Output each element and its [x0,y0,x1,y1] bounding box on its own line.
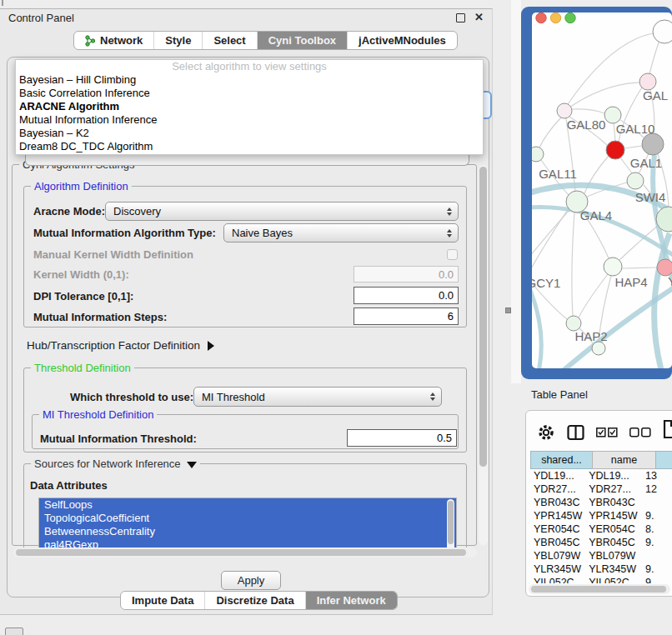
aracne-mode-combobox[interactable]: Discovery [105,202,459,221]
node-unlabeled[interactable] [592,342,605,355]
data-attributes-label: Data Attributes [30,479,108,492]
select-all-checkboxes-icon[interactable] [596,428,618,438]
table-cell: YPR145W [530,509,585,522]
node-gal1[interactable] [606,141,624,159]
algorithm-item-dream8-dc-tdc-algorithm[interactable]: Dream8 DC_TDC Algorithm [16,140,483,153]
stepper-icon [447,208,452,216]
algorithm-item-aracne-algorithm[interactable]: ARACNE Algorithm [16,100,483,113]
node-label-gal4: GAL4 [580,208,612,222]
apply-button[interactable]: Apply [221,571,281,590]
table-row[interactable]: YDR27...YDR27...12 [530,482,672,496]
network-view-window[interactable]: GALGAL80GAL10GAL1GAL11SWI4GAL4GCY1HAP4YH… [521,7,672,379]
table-row[interactable]: YIL052CYIL052C9. [530,576,672,583]
column-header-col2[interactable] [655,451,672,469]
mi-type-combobox[interactable]: Naive Bayes [223,223,459,242]
table-toolbar [537,421,672,444]
mi-type-label: Mutual Information Algorithm Type: [33,227,216,239]
table-cell: YBL079W [585,549,642,562]
mi-steps-field[interactable] [354,308,459,325]
table-cell: 9. [642,509,672,522]
traffic-light-close-icon[interactable] [536,12,546,22]
settings-horizontal-scrollbar[interactable] [13,548,477,558]
tab-jactivemnodules[interactable]: jActiveMNodules [348,32,457,49]
close-icon[interactable]: ✕ [474,11,484,23]
table-row[interactable]: YDL19...YDL19...13 [530,469,672,482]
manual-kernel-checkbox[interactable] [447,249,458,260]
node-label-gal1: GAL1 [630,156,662,170]
table-row[interactable]: YBL079WYBL079W [530,549,672,562]
node-hap4[interactable] [604,258,622,276]
tab-impute-data[interactable]: Impute Data [121,592,205,609]
table-horizontal-scrollbar[interactable] [529,584,670,594]
split-view-icon[interactable] [567,424,584,441]
table-row[interactable]: YLR345WYLR345W9. [530,562,672,576]
node-gal10[interactable] [604,107,621,123]
settings-horizontal-scrollbar-thumb[interactable] [16,549,466,556]
hub-definition-toggle[interactable]: Hub/Transcription Factor Definition [27,339,214,352]
bottom-left-partial-button[interactable] [5,628,23,635]
node-gal[interactable] [639,73,656,90]
settings-vertical-scrollbar[interactable] [479,165,488,545]
algorithm-item-basic-correlation-inference[interactable]: Basic Correlation Inference [16,87,483,100]
tab-style[interactable]: Style [154,32,203,49]
table-cell: 12 [642,482,672,496]
mi-threshold-field[interactable] [347,429,457,447]
table-horizontal-scrollbar-thumb[interactable] [531,586,666,592]
attribute-item-betweennesscentrality[interactable]: BetweennessCentrality [39,525,456,538]
table-cell: YBR043C [585,496,642,509]
algorithm-item-mutual-information-inference[interactable]: Mutual Information Inference [16,113,483,127]
attributes-list-scrollbar[interactable] [447,499,454,551]
table-row[interactable]: YBR043CYBR043C [530,496,672,509]
node-unlabeled[interactable] [642,133,664,155]
deselect-all-checkboxes-icon[interactable] [629,428,651,438]
gear-icon[interactable] [537,423,555,442]
tab-select[interactable]: Select [203,32,257,49]
traffic-light-minimize-icon[interactable] [550,12,560,22]
algorithm-definition-title: Algorithm Definition [31,180,132,192]
table-header-row: shared...name [530,451,672,469]
table-rows: YDL19...YDL19...13YDR27...YDR27...12YBR0… [530,469,672,583]
table-cell: 9. [642,562,672,576]
column-header-shared[interactable]: shared... [530,451,592,469]
float-window-icon[interactable] [456,13,465,22]
sources-group-title[interactable]: Sources for Network Inference [31,458,200,470]
desktop-gap [511,0,521,383]
table-row[interactable]: YPR145WYPR145W9. [530,509,672,522]
column-header-name[interactable]: name [592,451,655,469]
attribute-item-selfloops[interactable]: SelfLoops [39,498,456,512]
tab-cyni-toolbox[interactable]: Cyni Toolbox [258,32,348,49]
window-edge-mark [2,0,3,6]
cyni-bottom-tabs: Impute DataDiscretize DataInfer Network [120,591,398,610]
which-threshold-combobox[interactable]: MI Threshold [193,387,442,407]
node-swi4[interactable] [627,172,644,189]
traffic-light-zoom-icon[interactable] [565,12,575,22]
kernel-width-field[interactable] [354,266,459,282]
node-y[interactable] [657,259,672,276]
dropdown-placeholder: Select algorithm to view settings [16,60,483,73]
table-cell: YDR27... [530,482,585,496]
table-cell: 9. [642,576,672,583]
attributes-list-scrollbar-thumb[interactable] [448,501,454,544]
new-page-icon[interactable] [663,419,672,439]
mi-threshold-group-title: MI Threshold Definition [39,408,157,421]
tab-network[interactable]: Network [74,32,154,49]
tab-infer-network[interactable]: Infer Network [306,592,397,609]
node-label-gal80: GAL80 [567,118,606,132]
node-label-gal11: GAL11 [539,167,577,181]
settings-vertical-scrollbar-thumb[interactable] [479,167,487,467]
algorithm-item-bayesian-hill-climbing[interactable]: Bayesian – Hill Climbing [16,73,483,87]
algorithm-item-bayesian-k2[interactable]: Bayesian – K2 [16,127,483,140]
node-label-hap4: HAP4 [614,275,647,289]
dpi-tolerance-field[interactable] [354,287,459,304]
splitter-grip[interactable] [505,308,511,313]
tab-label: Cyni Toolbox [268,34,336,47]
tab-discretize-data[interactable]: Discretize Data [205,592,305,609]
control-panel-window: Control Panel ✕ NetworkStyleSelectCyni T… [0,8,493,615]
node-gal80[interactable] [557,103,572,118]
node-unlabeled[interactable] [653,20,672,43]
attribute-item-topologicalcoefficient[interactable]: TopologicalCoefficient [39,512,456,525]
control-panel-tabs: NetworkStyleSelectCyni ToolboxjActiveMNo… [73,31,458,50]
table-row[interactable]: YER054CYER054C8. [530,522,672,536]
aracne-mode-label: Aracne Mode: [33,205,105,218]
table-row[interactable]: YBR045CYBR045C9. [530,536,672,549]
